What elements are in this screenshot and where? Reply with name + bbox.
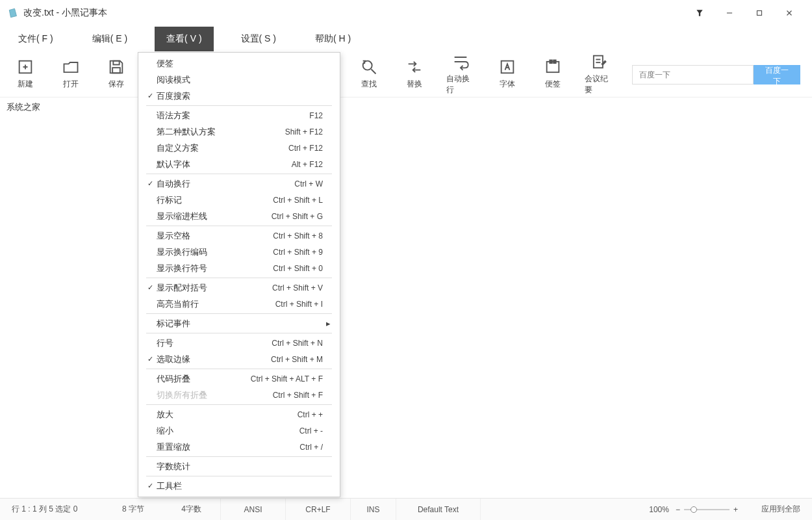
zoom-out-icon[interactable]: − — [676, 505, 680, 514]
menu-item-shortcut: Ctrl + Shift + N — [272, 339, 323, 348]
tool-new[interactable]: 新建 — [12, 59, 39, 90]
minimize-button[interactable] — [715, 0, 744, 26]
menu-item[interactable]: 字数统计 — [138, 458, 340, 474]
tool-replace[interactable]: 替换 — [401, 59, 428, 90]
menu-item[interactable]: 重置缩放Ctrl + / — [138, 439, 340, 455]
maximize-button[interactable] — [744, 0, 774, 26]
tool-minutes[interactable]: 会议纪要 — [585, 54, 614, 96]
tool-find[interactable]: 查找 — [355, 59, 383, 90]
status-mode[interactable]: INS — [351, 499, 396, 520]
menu-item[interactable]: 显示换行编码Ctrl + Shift + 9 — [138, 244, 340, 260]
menu-item-label: 阅读模式 — [157, 74, 323, 86]
search-input[interactable] — [632, 65, 754, 84]
menu-item-label: 字数统计 — [157, 461, 323, 473]
save-icon — [107, 59, 125, 75]
menu-item[interactable]: 自定义方案Ctrl + F12 — [138, 140, 340, 156]
menu-item[interactable]: 放大Ctrl + + — [138, 406, 340, 422]
theme-icon[interactable] — [685, 0, 715, 26]
menu-item-shortcut: Alt + F12 — [292, 160, 323, 169]
svg-point-9 — [363, 61, 372, 70]
new-icon — [16, 59, 34, 75]
tool-sticky[interactable]: 便签 — [539, 59, 566, 90]
menu-item[interactable]: 缩小Ctrl + - — [138, 422, 340, 439]
menu-item[interactable]: 标记事件▸ — [138, 315, 340, 332]
menu-item-shortcut: Ctrl + F12 — [288, 144, 323, 153]
menu-item-label: 语法方案 — [157, 110, 309, 122]
svg-rect-15 — [550, 60, 552, 64]
menu-item-label: 切换所有折叠 — [157, 389, 273, 401]
menu-item[interactable]: 显示换行符号Ctrl + Shift + 0 — [138, 260, 340, 276]
menu-separator — [146, 226, 332, 226]
status-lineending[interactable]: CR+LF — [286, 499, 351, 520]
menu-item[interactable]: 显示缩进栏线Ctrl + Shift + G — [138, 208, 340, 224]
menu-separator — [146, 476, 332, 476]
menu-item[interactable]: 高亮当前行Ctrl + Shift + I — [138, 296, 340, 312]
open-icon — [62, 59, 80, 75]
menu-item-shortcut: Ctrl + Shift + L — [273, 196, 323, 205]
app-icon — [8, 7, 19, 19]
check-icon: ✓ — [144, 92, 157, 100]
zoom-slider[interactable]: − + — [676, 505, 738, 514]
menu-settings[interactable]: 设置( S ) — [229, 27, 288, 51]
menu-item[interactable]: 第二种默认方案Shift + F12 — [138, 124, 340, 140]
check-icon: ✓ — [144, 482, 157, 490]
status-syntax[interactable]: Default Text — [396, 499, 481, 520]
menu-help[interactable]: 帮助( H ) — [303, 27, 362, 51]
menu-item[interactable]: ✓自动换行Ctrl + W — [138, 176, 340, 192]
editor-area[interactable]: 系统之家 — [0, 98, 812, 498]
status-apply-all[interactable]: 应用到全部 — [750, 499, 812, 520]
menu-edit[interactable]: 编辑( E ) — [81, 27, 139, 51]
zoom-in-icon[interactable]: + — [733, 505, 738, 514]
menu-item-label: 行号 — [157, 337, 272, 349]
tool-open[interactable]: 打开 — [57, 59, 84, 90]
menu-separator — [146, 333, 332, 333]
menu-item-label: 默认字体 — [157, 159, 292, 170]
menu-item-shortcut: Ctrl + W — [294, 179, 323, 188]
menu-item-shortcut: Ctrl + + — [298, 410, 323, 419]
check-icon: ✓ — [144, 179, 157, 188]
editor-content: 系统之家 — [0, 98, 812, 117]
search-button[interactable]: 百度一下 — [754, 65, 800, 84]
menu-item[interactable]: 便签 — [138, 55, 340, 72]
view-dropdown: 便签阅读模式✓百度搜索语法方案F12第二种默认方案Shift + F12自定义方… — [138, 52, 340, 497]
tool-save[interactable]: 保存 — [103, 59, 130, 90]
menu-item-shortcut: Ctrl + Shift + I — [275, 300, 323, 309]
menu-item-shortcut: Ctrl + Shift + M — [271, 355, 323, 364]
menu-item[interactable]: 语法方案F12 — [138, 107, 340, 124]
menu-item-shortcut: Ctrl + Shift + F — [273, 391, 323, 400]
close-button[interactable] — [774, 0, 804, 26]
menu-item[interactable]: 显示空格Ctrl + Shift + 8 — [138, 228, 340, 244]
menu-item[interactable]: ✓工具栏 — [138, 478, 340, 494]
menu-item-label: 第二种默认方案 — [157, 126, 285, 138]
menu-item-label: 缩小 — [157, 425, 299, 437]
menu-item[interactable]: ✓选取边缘Ctrl + Shift + M — [138, 351, 340, 367]
menu-item[interactable]: 行标记Ctrl + Shift + L — [138, 192, 340, 208]
menu-item[interactable]: 默认字体Alt + F12 — [138, 156, 340, 172]
status-encoding[interactable]: ANSI — [221, 499, 286, 520]
tool-wrap[interactable]: 自动换行 — [446, 54, 476, 96]
menu-item-label: 显示换行编码 — [157, 246, 273, 258]
menu-item-shortcut: Shift + F12 — [285, 127, 323, 136]
menu-item-shortcut: Ctrl + Shift + 8 — [273, 231, 323, 240]
svg-line-10 — [371, 70, 375, 74]
toolbar: 新建 打开 保存 查找 替换 自动换行 字体 便签 会议纪要 百度一下 — [0, 52, 812, 98]
menu-file[interactable]: 文件( F ) — [6, 27, 65, 51]
menu-item[interactable]: ✓百度搜索 — [138, 88, 340, 104]
menu-item[interactable]: 行号Ctrl + Shift + N — [138, 335, 340, 351]
menu-item-label: 显示空格 — [157, 230, 273, 242]
menu-view[interactable]: 查看( V ) — [155, 27, 213, 51]
menu-item-label: 百度搜索 — [157, 90, 323, 102]
svg-rect-16 — [553, 60, 556, 64]
menu-item-label: 标记事件 — [157, 318, 323, 330]
menu-item-shortcut: Ctrl + Shift + 9 — [273, 248, 323, 257]
menu-separator — [146, 369, 332, 369]
statusbar: 行 1 : 1 列 5 选定 0 8 字节 4字数 ANSI CR+LF INS… — [0, 498, 812, 520]
menu-item[interactable]: ✓显示配对括号Ctrl + Shift + V — [138, 280, 340, 296]
status-zoom[interactable]: 100% − + — [637, 499, 750, 520]
menu-item[interactable]: 阅读模式 — [138, 72, 340, 88]
status-chars: 4字数 — [162, 499, 221, 520]
svg-rect-17 — [594, 55, 603, 68]
tool-font[interactable]: 字体 — [494, 59, 521, 90]
menu-item-label: 代码折叠 — [157, 373, 251, 385]
menu-item[interactable]: 代码折叠Ctrl + Shift + ALT + F — [138, 370, 340, 387]
